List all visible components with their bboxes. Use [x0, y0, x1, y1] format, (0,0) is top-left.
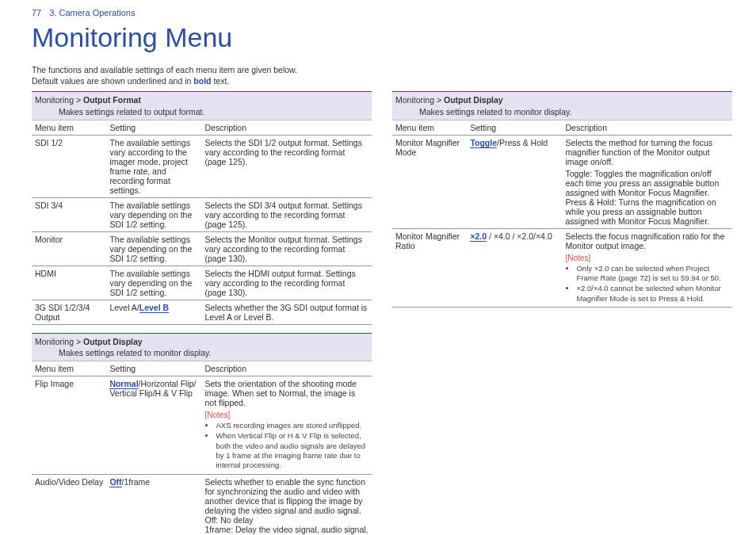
page-header: 77 3. Camera Operations: [32, 0, 732, 17]
notes-label: [Notes]: [565, 254, 729, 262]
notes-label: [Notes]: [204, 411, 368, 419]
chapter-title: 3. Camera Operations: [49, 8, 135, 17]
table-row: Monitor The available settings vary depe…: [32, 231, 372, 266]
table-header: Menu item Setting Description: [32, 120, 372, 136]
table-row: 3G SDI 1/2/3/4 Output Level A/Level B Se…: [32, 300, 372, 324]
table-output-format: Menu item Setting Description SDI 1/2 Th…: [32, 120, 372, 325]
table-row: HDMI The available settings vary dependi…: [32, 266, 372, 300]
section-header-output-display-right: Monitoring > Output Display Makes settin…: [392, 91, 732, 120]
table-row: SDI 1/2 The available settings vary acco…: [32, 135, 372, 197]
section-header-output-display-left: Monitoring > Output Display Makes settin…: [32, 333, 372, 361]
default-value: ×2.0: [470, 231, 487, 242]
default-value: Toggle: [470, 138, 497, 148]
table-row: Flip Image Normal/Horizontal Flip/ Verti…: [32, 376, 372, 475]
left-column: Monitoring > Output Format Makes setting…: [32, 91, 372, 535]
table-row: Audio/Video Delay Off/1frame Selects whe…: [32, 474, 372, 535]
table-output-display-right: Menu item Setting Description Monitor Ma…: [392, 120, 732, 308]
table-row: SDI 3/4 The available settings vary depe…: [32, 197, 372, 231]
table-header: Menu item Setting Description: [32, 361, 372, 376]
default-value: Off: [109, 477, 121, 487]
table-output-display-left: Menu item Setting Description Flip Image…: [32, 361, 372, 535]
intro-text: The functions and available settings of …: [32, 64, 732, 86]
section-header-output-format: Monitoring > Output Format Makes setting…: [32, 91, 372, 120]
content-columns: Monitoring > Output Format Makes setting…: [32, 91, 732, 535]
right-column: Monitoring > Output Display Makes settin…: [392, 91, 732, 535]
page-title: Monitoring Menu: [32, 22, 732, 53]
intro-line1: The functions and available settings of …: [32, 64, 732, 75]
table-row: Monitor Magnifier Ratio ×2.0 / ×4.0 / ×2…: [392, 228, 732, 307]
table-row: Monitor Magnifier Mode Toggle/Press & Ho…: [392, 135, 732, 228]
notes-list: AXS recording images are stored unflippe…: [204, 421, 368, 471]
default-value: Level B: [139, 303, 169, 313]
intro-line2: Default values are shown underlined and …: [32, 75, 732, 86]
page-number: 77: [32, 8, 41, 17]
notes-list: Only ×2.0 can be selected when Project F…: [565, 264, 729, 304]
table-header: Menu item Setting Description: [392, 120, 732, 136]
